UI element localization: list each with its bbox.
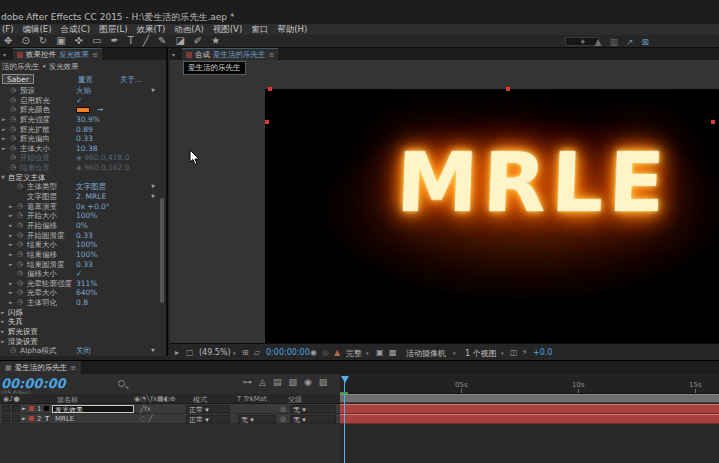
menu-item[interactable]: 编辑(E) <box>23 24 52 36</box>
stopwatch-icon[interactable]: ◷ <box>17 240 23 250</box>
exposure-value[interactable]: +0.0 <box>533 348 552 357</box>
type-tool-icon[interactable]: T <box>128 35 134 47</box>
effect-prop-开始圆滑度[interactable]: ►◷开始圆滑度0.33 <box>0 231 166 241</box>
effect-prop-辉光强度[interactable]: ►◷辉光强度30.9% <box>0 115 166 125</box>
rotate-tool-icon[interactable]: ↻ <box>39 35 47 47</box>
hand-tool-icon[interactable]: ✥ <box>4 35 12 47</box>
effect-group-辉光设置[interactable]: ►辉光设置 <box>0 327 166 337</box>
effect-prop-开始位置[interactable]: ◷开始位置◈ 960.0,418.0 <box>0 153 166 163</box>
expander-icon[interactable]: ► <box>1 327 5 337</box>
expander-icon[interactable]: ► <box>9 250 13 260</box>
chevron-down-icon[interactable]: ▾ <box>233 350 236 356</box>
layer-handle[interactable] <box>265 120 269 124</box>
camera-tool-icon[interactable]: ▣ <box>56 35 65 47</box>
expander-icon[interactable]: ► <box>9 231 13 241</box>
prop-value[interactable]: 100% <box>76 240 97 250</box>
effect-prop-结束偏移[interactable]: ►◷结束偏移100% <box>0 250 166 260</box>
effect-prop-预设[interactable]: ◷预设火焰▼ <box>0 86 166 96</box>
audio-icon[interactable] <box>12 415 20 422</box>
menu-item[interactable]: 合成(C) <box>61 24 91 36</box>
always-preview-icon[interactable]: ▸ <box>175 348 179 357</box>
stopwatch-icon[interactable]: ◷ <box>17 182 23 192</box>
paragraph-panel-icon[interactable]: ▲ <box>594 37 601 47</box>
effect-group-失真[interactable]: ►失真 <box>0 317 166 327</box>
prop-value[interactable]: ◈ 960.0,162.0 <box>76 163 129 173</box>
stopwatch-icon[interactable]: ◷ <box>17 288 23 298</box>
scrollbar-thumb[interactable] <box>160 198 164 303</box>
viewer-timecode[interactable]: 0:00:00:00 <box>266 348 310 357</box>
stopwatch-icon[interactable]: ◷ <box>10 134 16 144</box>
prop-value[interactable]: 2. MRLE <box>76 192 106 202</box>
mask-visibility-icon[interactable]: ▱ <box>254 348 260 357</box>
stopwatch-icon[interactable]: ◷ <box>17 279 23 289</box>
effect-prop-光晕大小[interactable]: ►◷光晕大小640% <box>0 288 166 298</box>
prop-value[interactable]: 100% <box>76 211 97 221</box>
panel-lock-icon[interactable] <box>17 52 23 58</box>
search-icon[interactable] <box>118 380 125 387</box>
menu-item[interactable]: 图层(L) <box>99 24 127 36</box>
trkmat-dropdown[interactable]: 无 ▾ <box>238 415 276 423</box>
expander-icon[interactable]: ► <box>9 279 13 289</box>
layer-switches[interactable]: ╱fx <box>140 405 151 413</box>
panel-lock-icon[interactable] <box>186 52 192 58</box>
expander-icon[interactable]: ► <box>2 134 6 144</box>
brush-tool-icon[interactable]: ╱ <box>143 35 149 47</box>
eye-icon[interactable] <box>2 405 10 412</box>
expander-icon[interactable]: ► <box>1 317 5 327</box>
tab-timeline-comp[interactable]: ▦ 爱生活的乐先生 ≡ <box>0 361 81 374</box>
stopwatch-icon[interactable]: ◷ <box>10 346 16 356</box>
chevron-down-icon[interactable]: ▾ <box>366 350 369 356</box>
reset-link[interactable]: 重置 <box>78 75 93 85</box>
pixel-aspect-icon[interactable]: ◫ <box>510 348 518 357</box>
prop-value[interactable]: 0% <box>76 221 88 231</box>
expander-icon[interactable]: ► <box>9 211 13 221</box>
effect-prop-辉光扩散[interactable]: ►◷辉光扩散0.89 <box>0 125 166 135</box>
effect-prop-文字图层[interactable]: 文字图层2. MRLE▼ <box>0 192 166 202</box>
transparency-grid-icon[interactable]: ▩ <box>389 348 397 357</box>
expander-icon[interactable]: ► <box>9 260 13 270</box>
expander-icon[interactable]: ► <box>2 144 6 154</box>
effect-prop-主体羽化[interactable]: ►◷主体羽化0.8 <box>0 298 166 308</box>
audio-icon[interactable] <box>12 405 20 412</box>
prop-value[interactable]: 640% <box>76 288 97 298</box>
parent-pickwhip-icon[interactable]: ◎ <box>280 405 286 413</box>
dropdown-icon[interactable]: ▼ <box>151 192 155 202</box>
stopwatch-icon[interactable]: ◷ <box>10 86 16 96</box>
prop-value[interactable]: ✓ <box>76 96 82 106</box>
expander-icon[interactable]: ► <box>2 115 6 125</box>
effect-prop-Alpha模式[interactable]: ◷Alpha模式关闭▼ <box>0 346 166 356</box>
expander-icon[interactable]: ► <box>9 288 13 298</box>
expander-icon[interactable]: ▼ <box>1 173 5 183</box>
stopwatch-icon[interactable]: ◷ <box>17 298 23 308</box>
safe-margins-icon[interactable]: ⊞ <box>242 348 249 357</box>
stopwatch-icon[interactable]: ◷ <box>10 125 16 135</box>
layer-handle[interactable] <box>506 87 510 91</box>
pen-tool-icon[interactable]: ✒ <box>110 35 118 47</box>
layer-switches[interactable]: ◌ ╱ <box>140 415 153 423</box>
prop-value[interactable]: 10.38 <box>76 144 97 154</box>
clone-stamp-tool-icon[interactable]: ✎ <box>158 35 166 47</box>
stopwatch-icon[interactable]: ◷ <box>17 221 23 231</box>
prop-value[interactable]: 0.33 <box>76 231 93 241</box>
fast-preview-icon[interactable]: ⚡ <box>522 348 528 357</box>
frame-blend-button[interactable]: ▧ <box>288 377 297 387</box>
menu-item[interactable]: 视图(V) <box>213 24 242 36</box>
layer-handle[interactable] <box>711 120 715 124</box>
effect-prop-开始大小[interactable]: ►◷开始大小100% <box>0 211 166 221</box>
chevron-down-icon[interactable]: ▾ <box>453 350 456 356</box>
snapshot-icon[interactable]: ◉ <box>310 348 317 357</box>
menu-item[interactable]: 帮助(H) <box>277 24 307 36</box>
channels-icon[interactable]: ▲ <box>334 348 340 357</box>
stopwatch-icon[interactable]: ◷ <box>10 115 16 125</box>
prop-value[interactable]: ✓ <box>76 269 82 279</box>
roto-brush-tool-icon[interactable]: ✐ <box>194 35 202 47</box>
character-panel-icon[interactable]: ✦ <box>579 37 587 47</box>
resolution-dropdown[interactable]: 完整 <box>346 348 362 359</box>
prop-value[interactable]: 火焰 <box>76 86 91 96</box>
expander-icon[interactable]: ► <box>1 337 5 347</box>
expander-icon[interactable]: ► <box>22 415 26 421</box>
eyedropper-icon[interactable]: → <box>97 105 103 115</box>
effect-prop-主体类型[interactable]: ◷主体类型文字图层▼ <box>0 182 166 192</box>
column-trkmat[interactable]: T TrkMat <box>237 395 267 403</box>
prop-value[interactable]: 0x +0.0° <box>76 202 110 212</box>
